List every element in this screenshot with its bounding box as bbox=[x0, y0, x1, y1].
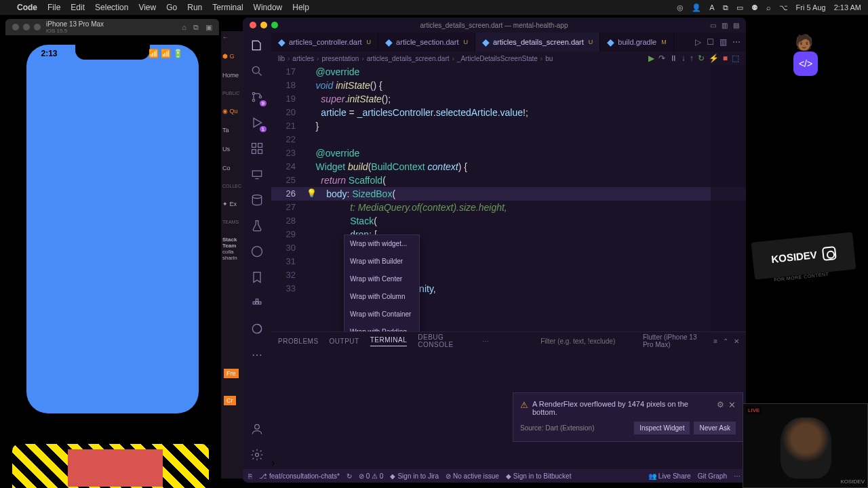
sim-screenshot-icon[interactable]: ⧉ bbox=[193, 23, 199, 32]
code-line[interactable]: 23 @override bbox=[271, 146, 746, 160]
code-editor[interactable]: 17 @override18 void initState() {19 supe… bbox=[271, 65, 746, 331]
more-icon[interactable]: ⋯ bbox=[250, 347, 264, 362]
status-gitgraph[interactable]: Git Graph bbox=[698, 472, 727, 480]
quickfix-item[interactable]: Wrap with Builder bbox=[344, 253, 419, 270]
terminal-filter-input[interactable] bbox=[540, 338, 632, 345]
terminal-device[interactable]: Flutter (iPhone 13 Pro Max) bbox=[643, 333, 708, 348]
flask-icon[interactable] bbox=[250, 218, 264, 233]
liveshare-icon[interactable] bbox=[250, 321, 264, 336]
terminal-max-icon[interactable]: ⌃ bbox=[723, 338, 728, 345]
breadcrumb-segment[interactable]: bu bbox=[545, 55, 553, 62]
menubar-time[interactable]: 2:13 AM bbox=[834, 3, 861, 12]
settings-gear-icon[interactable] bbox=[250, 447, 264, 462]
code-line[interactable]: 31 children: [ bbox=[271, 255, 746, 268]
menubar-date[interactable]: Fri 5 Aug bbox=[796, 3, 826, 12]
code-line[interactable]: 25 return Scaffold( bbox=[271, 174, 746, 187]
menu-view[interactable]: View bbox=[138, 3, 156, 12]
code-line[interactable]: 17 @override bbox=[271, 65, 746, 79]
more-tabs-icon[interactable]: ⋯ bbox=[732, 37, 741, 47]
terminal-split-icon[interactable]: ≡ bbox=[713, 338, 717, 345]
extensions-icon[interactable] bbox=[250, 141, 264, 156]
tab-more[interactable]: ⋯ bbox=[482, 338, 489, 345]
sim-rotate-icon[interactable]: ▣ bbox=[205, 23, 212, 32]
breadcrumb[interactable]: lib›articles›presentation›articles_detai… bbox=[271, 52, 746, 65]
database-icon[interactable] bbox=[250, 192, 264, 207]
terminal-body[interactable]: ⚠ A RenderFlex overflowed by 1474 pixels… bbox=[271, 350, 746, 457]
traffic-lights[interactable] bbox=[12, 24, 41, 30]
code-line[interactable]: 29 dren: [ bbox=[271, 228, 746, 241]
debug-stepout-icon[interactable]: ↑ bbox=[690, 54, 694, 63]
control-center-icon[interactable]: ⌥ bbox=[779, 3, 788, 12]
tab-terminal[interactable]: TERMINAL bbox=[370, 336, 408, 346]
menu-go[interactable]: Go bbox=[166, 3, 177, 12]
split-editor-icon[interactable]: ▥ bbox=[719, 37, 727, 47]
code-line[interactable]: 28 Stack( bbox=[271, 214, 746, 228]
search-icon[interactable]: ⌕ bbox=[766, 3, 771, 12]
run-start-icon[interactable]: ▷ bbox=[695, 37, 701, 47]
editor-tab[interactable]: ◆articles_controller.dartU bbox=[271, 33, 378, 52]
lightbulb-icon[interactable]: 💡 bbox=[307, 186, 317, 200]
quickfix-item[interactable]: Wrap with widget... bbox=[344, 235, 419, 253]
code-line[interactable]: 32 Container( bbox=[271, 268, 746, 282]
user-icon[interactable]: 👤 bbox=[692, 3, 701, 12]
breadcrumb-segment[interactable]: presentation bbox=[321, 55, 359, 62]
status-liveshare[interactable]: 👥 Live Share bbox=[648, 472, 691, 480]
wifi-icon[interactable]: ⚉ bbox=[751, 3, 758, 12]
code-line[interactable]: 33 idth: double.infinity, bbox=[271, 282, 746, 296]
debug-stop-icon[interactable]: ■ bbox=[723, 54, 728, 63]
notification-gear-icon[interactable]: ⚙ bbox=[717, 400, 724, 409]
code-line[interactable]: 18 void initState() { bbox=[271, 79, 746, 92]
debug-stepin-icon[interactable]: ↓ bbox=[682, 54, 686, 63]
status-remote[interactable]: ⎘ bbox=[248, 472, 252, 480]
app-name[interactable]: Code bbox=[17, 3, 37, 12]
menu-help[interactable]: Help bbox=[292, 3, 309, 12]
status-bitbucket[interactable]: ◆ Sign in to Bitbucket bbox=[506, 472, 572, 480]
menu-selection[interactable]: Selection bbox=[95, 3, 128, 12]
status-problems[interactable]: ⊘ 0 ⚠ 0 bbox=[359, 472, 383, 480]
tab-debug-console[interactable]: DEBUG CONSOLE bbox=[418, 333, 471, 348]
status-sync[interactable]: ↻ bbox=[347, 472, 352, 480]
bookmark-icon[interactable] bbox=[250, 270, 264, 285]
breadcrumb-segment[interactable]: articles bbox=[292, 55, 314, 62]
menu-file[interactable]: File bbox=[47, 3, 60, 12]
display-icon[interactable]: ⧉ bbox=[723, 3, 728, 12]
minimap[interactable] bbox=[711, 65, 746, 331]
debug-inspect-icon[interactable]: ⬚ bbox=[732, 54, 739, 63]
device-icon[interactable]: ☐ bbox=[707, 37, 714, 47]
phone-screen[interactable]: 2:13 📶 📶 🔋 bbox=[26, 45, 199, 413]
code-line[interactable]: 21 } bbox=[271, 119, 746, 133]
status-issue[interactable]: ⊘ No active issue bbox=[446, 472, 499, 480]
quickfix-item[interactable]: Wrap with Column bbox=[344, 288, 419, 306]
never-ask-button[interactable]: Never Ask bbox=[694, 422, 736, 434]
code-line[interactable]: 30 Lumn( bbox=[271, 241, 746, 255]
run-debug-icon[interactable]: 1 bbox=[250, 115, 264, 130]
sim-home-icon[interactable]: ⌂ bbox=[182, 23, 186, 32]
status-misc[interactable]: ⋯ bbox=[734, 472, 741, 480]
panel-toggle-icon[interactable]: ▭ bbox=[710, 22, 716, 29]
menu-run[interactable]: Run bbox=[187, 3, 202, 12]
app-a-icon[interactable]: A bbox=[709, 3, 714, 12]
code-line[interactable]: 19 super.initState(); bbox=[271, 92, 746, 106]
debug-restart-icon[interactable]: ↻ bbox=[698, 54, 705, 63]
debug-stepover-icon[interactable]: ↷ bbox=[658, 54, 665, 63]
status-jira[interactable]: ◆ Sign in to Jira bbox=[390, 472, 439, 480]
tab-problems[interactable]: PROBLEMS bbox=[278, 338, 319, 345]
code-line[interactable]: 20 article = _articlesController.selecte… bbox=[271, 106, 746, 119]
editor-tab[interactable]: ◆article_section.dartU bbox=[378, 33, 475, 52]
breadcrumb-segment[interactable]: lib bbox=[278, 55, 285, 62]
battery-icon[interactable]: ▭ bbox=[736, 3, 743, 12]
menu-terminal[interactable]: Terminal bbox=[212, 3, 243, 12]
docker-icon[interactable] bbox=[250, 296, 264, 310]
source-control-icon[interactable]: 9 bbox=[250, 89, 264, 104]
breadcrumb-segment[interactable]: _ArticleDetailsScreenState bbox=[457, 55, 538, 62]
code-line[interactable]: 26 body: SizedBox( bbox=[271, 187, 746, 201]
layout2-icon[interactable]: ▤ bbox=[733, 22, 739, 29]
account-icon[interactable] bbox=[250, 422, 264, 436]
notification-close-icon[interactable]: ✕ bbox=[728, 400, 736, 410]
vscode-traffic-lights[interactable] bbox=[250, 22, 278, 28]
debug-pause-icon[interactable]: ⏸ bbox=[669, 54, 677, 63]
editor-tab[interactable]: ◆build.gradleM bbox=[600, 33, 673, 52]
code-line[interactable]: 24 Widget build(BuildContext context) { bbox=[271, 160, 746, 174]
status-branch[interactable]: ⎇ feat/consultation-chats* bbox=[259, 472, 340, 480]
menu-edit[interactable]: Edit bbox=[71, 3, 85, 12]
